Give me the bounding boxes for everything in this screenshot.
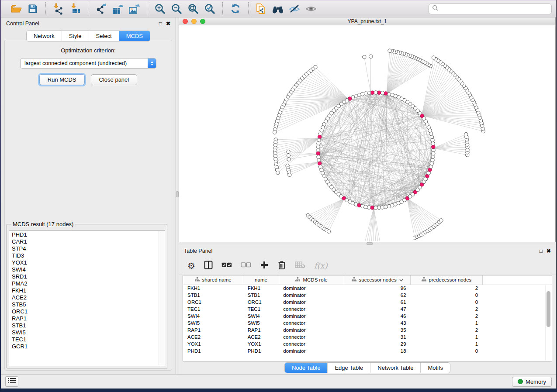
cell-MCDS-role[interactable]: dominator xyxy=(279,285,344,292)
tab-select[interactable]: Select xyxy=(89,31,119,41)
mcds-result-item[interactable]: RAP1 xyxy=(12,315,165,322)
scrollbar-thumb[interactable] xyxy=(547,291,550,327)
mcds-result-item[interactable]: STP4 xyxy=(12,245,165,252)
search-field[interactable] xyxy=(429,3,552,14)
splitter-grip[interactable] xyxy=(176,191,179,197)
close-panel-button[interactable]: Close panel xyxy=(91,74,138,85)
column-header-successor-nodes[interactable]: successor nodes xyxy=(344,275,411,285)
mcds-result-item[interactable]: SRD1 xyxy=(12,273,165,280)
cell-name[interactable]: STB1 xyxy=(243,292,279,299)
cell-shared-name[interactable]: ORC1 xyxy=(183,299,243,306)
cell-MCDS-role[interactable]: connector xyxy=(279,334,344,340)
zoom-selected-button[interactable] xyxy=(203,2,216,15)
cell-shared-name[interactable]: RAP1 xyxy=(183,327,243,334)
mcds-result-item[interactable]: PHD1 xyxy=(12,231,165,238)
mcds-result-item[interactable]: CAR1 xyxy=(12,238,165,245)
mcds-result-item[interactable]: TID3 xyxy=(12,252,165,259)
cell-predecessor-nodes[interactable]: 1 xyxy=(411,334,483,340)
cell-MCDS-role[interactable]: connector xyxy=(279,320,344,327)
cell-MCDS-role[interactable]: dominator xyxy=(279,292,344,299)
cell-name[interactable]: PHD1 xyxy=(243,347,279,354)
cell-predecessor-nodes[interactable]: 0 xyxy=(411,347,483,354)
cell-predecessor-nodes[interactable]: 2 xyxy=(411,306,483,313)
open-session-button[interactable] xyxy=(10,2,23,15)
column-header-MCDS-role[interactable]: MCDS role xyxy=(279,275,344,285)
network-graph[interactable] xyxy=(179,25,555,241)
tab-mcds[interactable]: MCDS xyxy=(119,31,150,41)
tab-network[interactable]: Network xyxy=(27,31,62,41)
cell-MCDS-role[interactable]: dominator xyxy=(279,347,344,354)
close-panel-icon[interactable]: ✖ xyxy=(547,248,551,254)
cell-successor-nodes[interactable]: 31 xyxy=(344,334,411,340)
cell-successor-nodes[interactable]: 18 xyxy=(344,347,411,354)
save-session-button[interactable] xyxy=(26,2,39,15)
vertical-splitter[interactable] xyxy=(176,17,179,374)
table-row[interactable]: RAP1RAP1dominator352 xyxy=(183,327,552,334)
mcds-result-item[interactable]: STB5 xyxy=(12,301,165,308)
table-row[interactable]: SWI5SWI5connector431 xyxy=(183,320,552,327)
task-history-button[interactable] xyxy=(5,376,18,387)
table-row[interactable]: SWI4SWI4dominator462 xyxy=(183,313,552,320)
zoom-in-button[interactable] xyxy=(153,2,166,15)
run-mcds-button[interactable]: Run MCDS xyxy=(39,74,85,85)
cell-name[interactable]: FKH1 xyxy=(243,285,279,292)
column-header-predecessor-nodes[interactable]: predecessor nodes xyxy=(411,275,483,285)
table-row[interactable]: ACE2ACE2connector311 xyxy=(183,334,552,340)
mcds-result-item[interactable]: TEC1 xyxy=(12,336,165,343)
search-input[interactable] xyxy=(440,6,548,12)
export-image-button[interactable] xyxy=(128,2,141,15)
close-panel-icon[interactable]: ✖ xyxy=(166,21,170,27)
cell-predecessor-nodes[interactable]: 2 xyxy=(411,285,483,292)
cell-shared-name[interactable]: TEC1 xyxy=(183,306,243,313)
table-row[interactable]: YOX1YOX1connector291 xyxy=(183,340,552,347)
zoom-fit-button[interactable] xyxy=(187,2,200,15)
cell-name[interactable]: ORC1 xyxy=(243,299,279,306)
export-network-button[interactable] xyxy=(94,2,107,15)
new-network-from-selection-button[interactable] xyxy=(255,2,268,15)
mcds-result-item[interactable]: SWI4 xyxy=(12,266,165,273)
optimization-criterion-select[interactable]: largest connected component (undirected) xyxy=(20,58,156,69)
import-network-button[interactable] xyxy=(52,2,65,15)
cell-MCDS-role[interactable]: dominator xyxy=(279,299,344,306)
cell-shared-name[interactable]: YOX1 xyxy=(183,340,243,347)
cell-successor-nodes[interactable]: 43 xyxy=(344,320,411,327)
tab-network-table[interactable]: Network Table xyxy=(370,363,420,373)
splitter-grip[interactable] xyxy=(367,242,373,245)
table-scrollbar[interactable] xyxy=(545,285,551,361)
mcds-result-item[interactable]: ACE2 xyxy=(12,294,165,301)
tab-motifs[interactable]: Motifs xyxy=(420,363,450,373)
mcds-result-item[interactable]: GCR1 xyxy=(12,343,165,350)
export-table-button[interactable] xyxy=(111,2,124,15)
cell-name[interactable]: SWI4 xyxy=(243,313,279,320)
cell-MCDS-role[interactable]: dominator xyxy=(279,327,344,334)
table-settings-button[interactable]: ⚙ xyxy=(187,261,195,270)
cell-name[interactable]: ACE2 xyxy=(243,334,279,340)
cell-successor-nodes[interactable]: 29 xyxy=(344,340,411,347)
cell-shared-name[interactable]: PHD1 xyxy=(183,347,243,354)
cell-predecessor-nodes[interactable]: 0 xyxy=(411,292,483,299)
mcds-result-item[interactable]: SWI5 xyxy=(12,329,165,336)
table-row[interactable]: STB1STB1dominator620 xyxy=(183,292,552,299)
column-header-name[interactable]: name xyxy=(243,275,279,285)
cell-successor-nodes[interactable]: 61 xyxy=(344,299,411,306)
mcds-list-scrollbar[interactable] xyxy=(159,231,164,365)
cell-predecessor-nodes[interactable]: 0 xyxy=(411,299,483,306)
horizontal-splitter[interactable] xyxy=(179,242,556,245)
cell-predecessor-nodes[interactable]: 1 xyxy=(411,340,483,347)
create-column-button[interactable] xyxy=(260,261,269,271)
select-all-button[interactable] xyxy=(221,262,232,270)
cell-shared-name[interactable]: ACE2 xyxy=(183,334,243,340)
cell-shared-name[interactable]: SWI5 xyxy=(183,320,243,327)
table-row[interactable]: ORC1ORC1dominator610 xyxy=(183,299,552,306)
tab-edge-table[interactable]: Edge Table xyxy=(327,363,370,373)
cell-name[interactable]: TEC1 xyxy=(243,306,279,313)
float-panel-icon[interactable]: □ xyxy=(540,248,543,254)
cell-successor-nodes[interactable]: 47 xyxy=(344,306,411,313)
cell-successor-nodes[interactable]: 96 xyxy=(344,285,411,292)
deselect-all-button[interactable] xyxy=(241,262,251,270)
cell-predecessor-nodes[interactable]: 2 xyxy=(411,327,483,334)
table-row[interactable]: TEC1TEC1connector472 xyxy=(183,306,552,313)
cell-successor-nodes[interactable]: 46 xyxy=(344,313,411,320)
mcds-result-list[interactable]: PHD1CAR1STP4TID3YOX1SWI4SRD1PMA2FKH1ACE2… xyxy=(9,230,165,366)
cell-name[interactable]: YOX1 xyxy=(243,340,279,347)
